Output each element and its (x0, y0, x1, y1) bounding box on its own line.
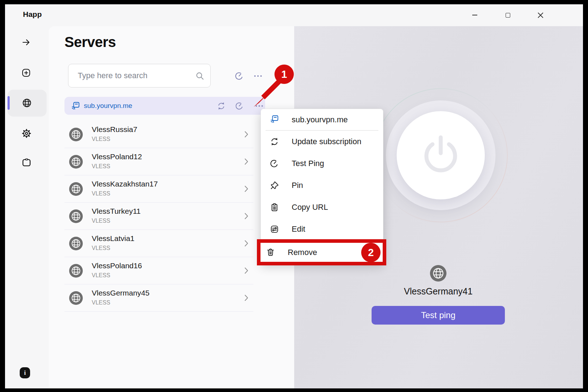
update-subscription-button[interactable] (216, 101, 226, 110)
chevron-right-icon (244, 131, 248, 138)
sync-icon (217, 101, 226, 110)
server-row[interactable]: VlessGermany45 VLESS (64, 284, 253, 312)
clipboard-icon (270, 203, 279, 212)
subscription-icon (270, 114, 279, 124)
sidebar-item-add-profile[interactable] (20, 66, 33, 79)
server-protocol: VLESS (92, 136, 110, 142)
test-ping-label: Test ping (421, 310, 455, 320)
chevron-right-icon (244, 213, 248, 219)
context-menu-header: sub.yourvpn.me (261, 109, 383, 130)
server-name: VlessRussia7 (92, 125, 137, 134)
server-globe-icon (69, 209, 83, 223)
speedometer-icon (235, 101, 244, 110)
search-icon (195, 71, 205, 81)
server-protocol: VLESS (92, 163, 110, 170)
server-globe-icon (69, 237, 83, 250)
menu-item-label: Pin (292, 174, 303, 196)
server-protocol: VLESS (92, 272, 110, 279)
test-ping-button[interactable]: Test ping (372, 306, 505, 325)
pin-icon (270, 181, 279, 190)
chevron-right-icon (244, 185, 248, 192)
selected-server-name: VlessGermany41 (349, 285, 528, 297)
server-row[interactable]: VlessKazakhstan17 VLESS (64, 175, 253, 203)
sync-icon (270, 137, 279, 146)
power-button[interactable] (397, 111, 485, 199)
add-square-icon (21, 67, 32, 78)
server-name: VlessGermany45 (92, 289, 149, 297)
gear-icon (21, 128, 32, 139)
step-2-badge: 2 (361, 243, 381, 262)
menu-item-label: Edit (292, 218, 305, 240)
server-protocol: VLESS (92, 218, 110, 224)
search-input[interactable] (68, 64, 210, 87)
server-protocol: VLESS (92, 190, 110, 197)
menu-item-edit[interactable]: Edit (261, 218, 383, 240)
selected-server-globe-icon (430, 265, 446, 282)
info-icon: i (24, 369, 26, 377)
server-row[interactable]: VlessPoland12 VLESS (64, 148, 253, 175)
test-ping-all-button[interactable] (234, 71, 245, 81)
server-name: VlessLatvia1 (92, 234, 134, 243)
sidebar-item-settings[interactable] (20, 127, 33, 140)
server-globe-icon (69, 182, 83, 196)
page-title: Servers (64, 34, 116, 50)
sidebar-item-routing[interactable] (20, 156, 33, 169)
step-1-number: 1 (281, 69, 287, 80)
close-icon (537, 12, 544, 18)
subscription-name: sub.yourvpn.me (84, 97, 132, 115)
chevron-right-icon (244, 294, 248, 301)
context-menu-title: sub.yourvpn.me (292, 109, 348, 130)
menu-item-pin[interactable]: Pin (261, 174, 383, 196)
speedometer-icon (270, 159, 279, 168)
server-protocol: VLESS (92, 299, 110, 306)
server-name: VlessPoland12 (92, 152, 142, 161)
app-window: Happ (5, 4, 583, 388)
server-globe-icon (69, 155, 83, 169)
menu-item-label: Test Ping (292, 152, 324, 174)
arrow-right-icon (21, 37, 32, 48)
minimize-button[interactable] (467, 8, 483, 22)
server-name: VlessPoland16 (92, 261, 142, 270)
step-1-badge: 1 (274, 65, 294, 84)
maximize-button[interactable] (499, 8, 516, 22)
server-globe-icon (69, 291, 83, 305)
subscription-row[interactable]: sub.yourvpn.me (64, 97, 265, 115)
search-box (68, 64, 211, 88)
server-row[interactable]: VlessTurkey11 VLESS (64, 203, 253, 230)
maximize-icon (506, 13, 510, 18)
chevron-right-icon (244, 240, 248, 247)
test-ping-subscription-button[interactable] (235, 101, 244, 110)
server-name: VlessKazakhstan17 (92, 180, 158, 188)
trash-icon (266, 247, 275, 257)
sidebar-item-info[interactable]: i (20, 367, 30, 378)
code-square-icon (21, 157, 32, 168)
menu-item-test-ping[interactable]: Test Ping (261, 152, 383, 174)
sidebar-item-servers[interactable] (20, 96, 33, 109)
menu-item-label: Copy URL (292, 196, 328, 218)
server-globe-icon (69, 128, 83, 141)
server-row[interactable]: VlessRussia7 VLESS (64, 121, 253, 148)
chevron-right-icon (244, 158, 248, 165)
close-button[interactable] (532, 8, 549, 22)
power-icon (419, 134, 462, 177)
step-2-number: 2 (368, 247, 374, 259)
server-row[interactable]: VlessLatvia1 VLESS (64, 230, 253, 257)
chevron-right-icon (244, 267, 248, 274)
sidebar-accent-bar (8, 96, 10, 110)
menu-item-label: Update subscription (292, 131, 361, 152)
edit-options-icon (270, 225, 279, 234)
speedometer-icon (235, 71, 244, 81)
server-name: VlessTurkey11 (92, 207, 141, 216)
menu-item-label: Remove (288, 243, 317, 262)
server-globe-icon (69, 264, 83, 278)
subscription-icon (71, 101, 80, 110)
server-list: VlessRussia7 VLESS VlessPoland12 VLESS (64, 121, 253, 312)
menu-item-update-subscription[interactable]: Update subscription (261, 131, 383, 152)
globe-icon (21, 98, 32, 108)
minimize-icon (472, 15, 477, 15)
menu-item-copy-url[interactable]: Copy URL (261, 196, 383, 218)
server-protocol: VLESS (92, 245, 110, 251)
sidebar-item-connect[interactable] (20, 36, 33, 49)
server-row[interactable]: VlessPoland16 VLESS (64, 257, 253, 284)
app-title: Happ (23, 10, 42, 19)
